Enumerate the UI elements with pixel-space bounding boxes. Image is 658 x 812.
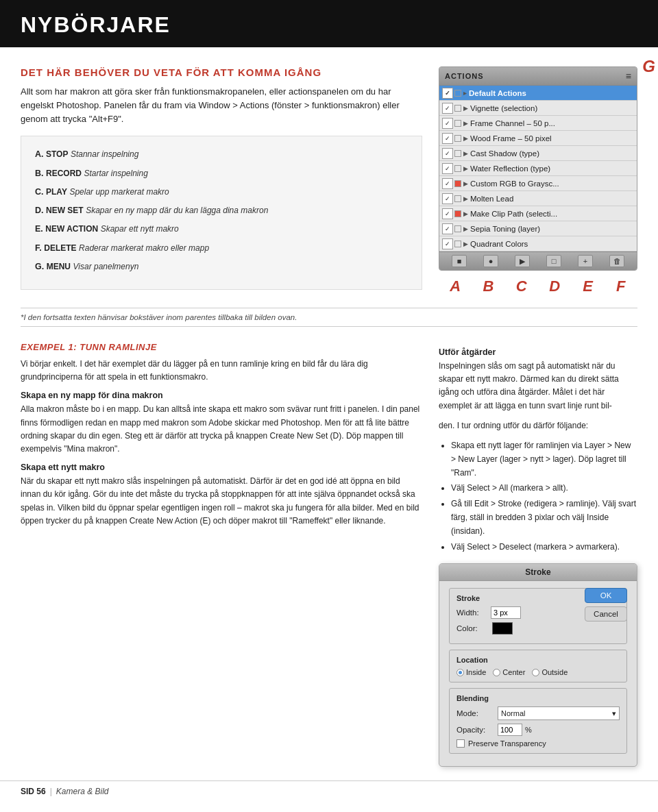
action-checkbox[interactable] bbox=[442, 238, 453, 249]
stop-button[interactable]: ■ bbox=[452, 255, 467, 267]
action-checkbox[interactable] bbox=[442, 163, 453, 174]
opacity-unit: % bbox=[525, 726, 532, 734]
action-row[interactable]: ▶Frame Channel – 50 p... bbox=[439, 116, 637, 131]
left-col: DET HÄR BEHÖVER DU VETA FÖR ATT KOMMA IG… bbox=[21, 66, 422, 295]
action-row[interactable]: ▶Sepia Toning (layer) bbox=[439, 221, 637, 236]
arrow-labels: ABCDEF bbox=[439, 273, 637, 295]
action-checkbox[interactable] bbox=[442, 193, 453, 204]
cancel-button[interactable]: Cancel bbox=[585, 606, 627, 622]
arrow-label-f: F bbox=[609, 278, 633, 295]
action-row[interactable]: ▶Cast Shadow (type) bbox=[439, 146, 637, 161]
bottom-section: EXEMPEL 1: TUNN RAMLINJE Vi börjar enkel… bbox=[21, 342, 637, 767]
color-swatch[interactable] bbox=[492, 622, 513, 635]
ok-button[interactable]: OK bbox=[585, 588, 627, 603]
label-item: F. DELETE Raderar markerat makro eller m… bbox=[35, 241, 408, 256]
stroke-dialog-body: OK Cancel Stroke Width: Color: bbox=[439, 581, 637, 766]
list-item: Välj Select > Deselect (markera > avmark… bbox=[451, 541, 637, 554]
page-title: NYBÖRJARE bbox=[21, 12, 637, 38]
example-intro-right: den. I tur ordning utför du därför följa… bbox=[439, 419, 637, 432]
actions-title-bar: ACTIONS bbox=[445, 72, 484, 80]
radio-outside[interactable]: Outside bbox=[532, 668, 568, 676]
opacity-label: Opacity: bbox=[456, 726, 498, 734]
label-item: A. STOP Stannar inspelning bbox=[35, 147, 408, 162]
action-name: Default Actions bbox=[469, 89, 634, 97]
preserve-checkbox-row: Preserve Transparency bbox=[456, 739, 620, 748]
action-color bbox=[454, 180, 461, 187]
color-label: Color: bbox=[456, 624, 491, 632]
action-row[interactable]: ▸Default Actions bbox=[439, 86, 637, 101]
play-button[interactable]: ▶ bbox=[515, 255, 530, 267]
action-name: Make Clip Path (selecti... bbox=[470, 210, 634, 218]
arrow-label-b: B bbox=[476, 278, 500, 295]
action-name: Quadrant Colors bbox=[470, 240, 634, 248]
intro-text: Allt som har makron att göra sker från f… bbox=[21, 85, 422, 126]
action-color bbox=[454, 135, 461, 142]
actions-panel-header: ACTIONS ≡ bbox=[439, 67, 637, 86]
example-intro: Vi börjar enkelt. I det här exemplet där… bbox=[21, 358, 422, 384]
stroke-dialog: Stroke OK Cancel Stroke Width: bbox=[439, 563, 637, 767]
width-input[interactable] bbox=[491, 606, 521, 619]
sub-heading-3: Utför åtgärder bbox=[439, 347, 637, 357]
label-item: G. MENU Visar panelmenyn bbox=[35, 260, 408, 274]
opacity-row: Opacity: % bbox=[456, 724, 620, 736]
width-label: Width: bbox=[456, 608, 491, 617]
footnote: *I den fortsatta texten hänvisar bokstäv… bbox=[21, 308, 637, 327]
top-section: DET HÄR BEHÖVER DU VETA FÖR ATT KOMMA IG… bbox=[21, 66, 637, 295]
dialog-buttons: OK Cancel bbox=[585, 588, 627, 622]
action-row[interactable]: ▶Quadrant Colors bbox=[439, 236, 637, 251]
location-section-label: Location bbox=[456, 656, 620, 664]
action-color bbox=[454, 150, 461, 157]
opacity-input[interactable] bbox=[498, 724, 522, 736]
preserve-checkbox[interactable] bbox=[456, 739, 465, 748]
action-row[interactable]: ▶Make Clip Path (selecti... bbox=[439, 206, 637, 221]
mode-select[interactable]: Normal ▾ bbox=[498, 706, 620, 720]
action-checkbox[interactable] bbox=[442, 103, 453, 114]
action-name: Molten Lead bbox=[470, 195, 634, 203]
new-set-button[interactable]: □ bbox=[546, 255, 561, 267]
actions-list: ▸Default Actions▶Vignette (selection)▶Fr… bbox=[439, 86, 637, 251]
action-row[interactable]: ▶Vignette (selection) bbox=[439, 101, 637, 116]
arrow-label-e: E bbox=[575, 278, 600, 295]
action-color bbox=[454, 105, 461, 112]
action-checkbox[interactable] bbox=[442, 118, 453, 129]
action-name: Sepia Toning (layer) bbox=[470, 225, 634, 233]
action-row[interactable]: ▶Wood Frame – 50 pixel bbox=[439, 131, 637, 146]
delete-button[interactable]: 🗑 bbox=[609, 255, 624, 267]
preserve-label: Preserve Transparency bbox=[468, 739, 546, 748]
action-row[interactable]: ▶Water Reflection (type) bbox=[439, 161, 637, 176]
action-row[interactable]: ▶Molten Lead bbox=[439, 191, 637, 206]
action-checkbox[interactable] bbox=[442, 88, 453, 99]
action-name: Vignette (selection) bbox=[470, 104, 634, 112]
radio-center[interactable]: Center bbox=[493, 668, 525, 676]
radio-inside[interactable]: Inside bbox=[456, 668, 486, 676]
action-color bbox=[454, 225, 461, 232]
sub-heading-1: Skapa en ny mapp för dina makron bbox=[21, 391, 422, 400]
action-checkbox[interactable] bbox=[442, 148, 453, 159]
bottom-left: EXEMPEL 1: TUNN RAMLINJE Vi börjar enkel… bbox=[21, 342, 422, 767]
example-para1: Alla makron måste bo i en mapp. Du kan a… bbox=[21, 403, 422, 456]
action-checkbox[interactable] bbox=[442, 133, 453, 144]
actions-toolbar: ■ ● ▶ □ + 🗑 bbox=[439, 251, 637, 270]
action-row[interactable]: ▶Custom RGB to Graysc... bbox=[439, 176, 637, 191]
arrow-label-a: A bbox=[443, 278, 467, 295]
action-checkbox[interactable] bbox=[442, 223, 453, 234]
section-title: DET HÄR BEHÖVER DU VETA FÖR ATT KOMMA IG… bbox=[21, 66, 422, 78]
label-item: E. NEW ACTION Skapar ett nytt makro bbox=[35, 222, 408, 236]
panel-menu-button[interactable]: ≡ bbox=[626, 71, 631, 82]
labels-box: A. STOP Stannar inspelningB. RECORD Star… bbox=[21, 136, 422, 290]
location-section: Location Inside Center bbox=[449, 650, 627, 682]
actions-panel: ACTIONS ≡ ▸Default Actions▶Vignette (sel… bbox=[439, 66, 637, 271]
example-para3: Inspelningen slås om sagt på automatiskt… bbox=[439, 360, 637, 413]
stroke-dialog-title: Stroke bbox=[439, 564, 637, 581]
action-name: Custom RGB to Graysc... bbox=[470, 180, 634, 188]
example-title: EXEMPEL 1: TUNN RAMLINJE bbox=[21, 342, 422, 352]
g-label: G bbox=[642, 57, 655, 76]
record-button[interactable]: ● bbox=[483, 255, 498, 267]
mode-label: Mode: bbox=[456, 709, 498, 717]
header-bar: NYBÖRJARE bbox=[0, 0, 658, 47]
new-action-button[interactable]: + bbox=[578, 255, 593, 267]
action-checkbox[interactable] bbox=[442, 178, 453, 189]
action-color bbox=[454, 120, 461, 127]
action-checkbox[interactable] bbox=[442, 208, 453, 219]
list-item: Välj Select > All (markera > allt). bbox=[451, 482, 637, 495]
